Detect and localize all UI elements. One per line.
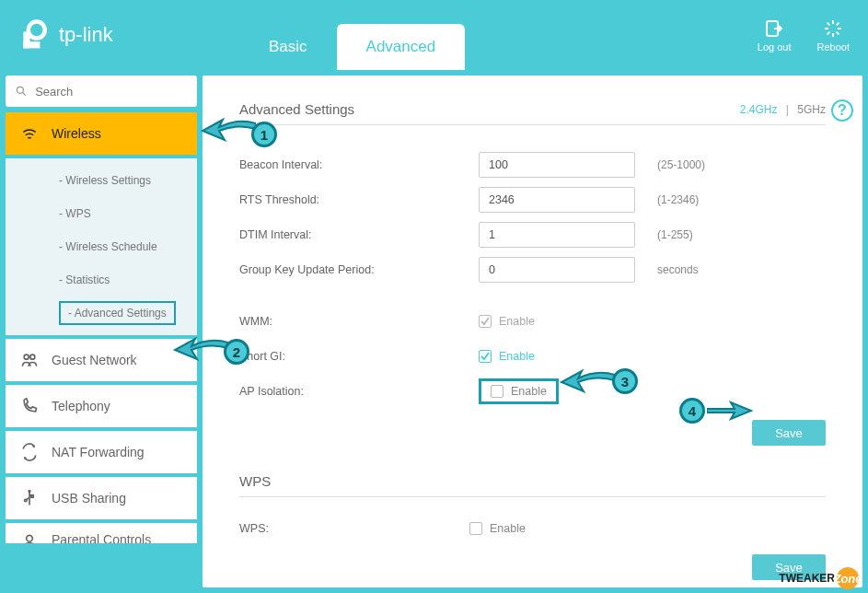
shortgi-checkbox[interactable]: Enable <box>479 350 535 363</box>
sidebar-item-nat[interactable]: NAT Forwarding <box>6 431 197 473</box>
wmm-checkbox: Enable <box>479 315 535 328</box>
sidebar-item-label: Telephony <box>52 399 110 413</box>
wps-label: WPS: <box>239 522 469 535</box>
svg-point-0 <box>29 22 45 39</box>
apiso-label: AP Isolation: <box>239 385 479 398</box>
beacon-label: Beacon Interval: <box>239 158 479 171</box>
wifi-icon <box>20 124 39 143</box>
svg-point-4 <box>17 87 23 93</box>
sidebar-item-guest-network[interactable]: Guest Network <box>6 339 197 381</box>
rts-input[interactable] <box>479 187 635 213</box>
sidebar-item-wireless[interactable]: Wireless <box>6 112 197 155</box>
sidebar-item-telephony[interactable]: Telephony <box>6 385 197 427</box>
sub-wireless-schedule[interactable]: - Wireless Schedule <box>6 230 197 263</box>
gku-input[interactable] <box>479 257 635 283</box>
sidebar: Wireless - Wireless Settings - WPS - Wir… <box>0 70 203 593</box>
brand-text: tp-link <box>59 23 113 47</box>
sidebar-item-usb[interactable]: USB Sharing <box>6 477 197 519</box>
svg-point-7 <box>29 491 30 493</box>
beacon-input[interactable] <box>479 152 635 178</box>
search-input[interactable] <box>35 85 188 99</box>
dtim-input[interactable] <box>479 222 635 248</box>
sidebar-item-label: Guest Network <box>52 353 137 367</box>
header-actions: Log out Reboot <box>758 17 850 52</box>
tab-advanced[interactable]: Advanced <box>337 24 466 70</box>
band-switch: 2.4GHz | 5GHz <box>740 103 826 116</box>
parental-icon <box>20 532 39 543</box>
svg-point-10 <box>27 535 33 541</box>
help-button[interactable]: ? <box>831 99 853 122</box>
band-5[interactable]: 5GHz <box>797 103 826 116</box>
content-area: ? Advanced Settings 2.4GHz | 5GHz Beacon… <box>203 76 862 587</box>
wireless-submenu: - Wireless Settings - WPS - Wireless Sch… <box>6 158 197 335</box>
sidebar-item-label: USB Sharing <box>52 491 126 506</box>
section-header: Advanced Settings 2.4GHz | 5GHz <box>239 101 826 125</box>
apiso-checkbox[interactable]: Enable <box>479 378 559 404</box>
dtim-hint: (1-255) <box>657 228 693 241</box>
reboot-icon <box>822 17 844 40</box>
sub-advanced-settings[interactable]: - Advanced Settings <box>6 296 197 330</box>
gku-label: Group Key Update Period: <box>239 263 479 276</box>
tab-basic[interactable]: Basic <box>239 24 337 70</box>
usb-icon <box>20 489 39 507</box>
wps-section-title: WPS <box>239 473 826 497</box>
shortgi-label: Short GI: <box>239 350 479 363</box>
nat-icon <box>20 443 39 461</box>
tplink-logo-icon <box>18 18 52 52</box>
sub-wireless-settings[interactable]: - Wireless Settings <box>6 164 197 197</box>
sidebar-item-label: Parental Controls <box>52 532 151 543</box>
svg-point-9 <box>25 499 28 502</box>
gku-hint: seconds <box>657 263 699 276</box>
brand-logo: tp-link <box>18 18 113 52</box>
band-2-4[interactable]: 2.4GHz <box>740 103 778 116</box>
sub-wps[interactable]: - WPS <box>6 197 197 230</box>
sidebar-item-label: Wireless <box>52 126 101 141</box>
sub-statistics[interactable]: - Statistics <box>6 263 197 296</box>
header-tabs: Basic Advanced <box>239 24 465 70</box>
svg-point-5 <box>24 355 29 359</box>
save-button[interactable]: Save <box>752 420 826 446</box>
guest-icon <box>20 351 39 369</box>
page-title: Advanced Settings <box>239 101 354 117</box>
reboot-button[interactable]: Reboot <box>817 17 850 52</box>
sidebar-item-parental[interactable]: Parental Controls <box>6 523 197 543</box>
svg-point-6 <box>30 355 35 359</box>
check-icon <box>480 317 490 326</box>
watermark: TWEAKER Zone <box>779 567 859 589</box>
wps-checkbox[interactable]: Enable <box>469 522 526 535</box>
search-icon <box>15 84 28 99</box>
rts-hint: (1-2346) <box>657 193 699 206</box>
logout-button[interactable]: Log out <box>758 17 792 52</box>
wmm-label: WMM: <box>239 315 479 328</box>
beacon-hint: (25-1000) <box>657 158 705 171</box>
phone-icon <box>20 397 39 415</box>
search-box[interactable] <box>6 76 197 107</box>
sidebar-item-label: NAT Forwarding <box>52 445 145 459</box>
svg-rect-2 <box>23 41 40 48</box>
logout-icon <box>763 17 785 40</box>
dtim-label: DTIM Interval: <box>239 228 479 241</box>
check-icon <box>480 352 490 361</box>
app-header: tp-link Basic Advanced Log out Reboot <box>0 0 868 70</box>
rts-label: RTS Threshold: <box>239 193 479 206</box>
